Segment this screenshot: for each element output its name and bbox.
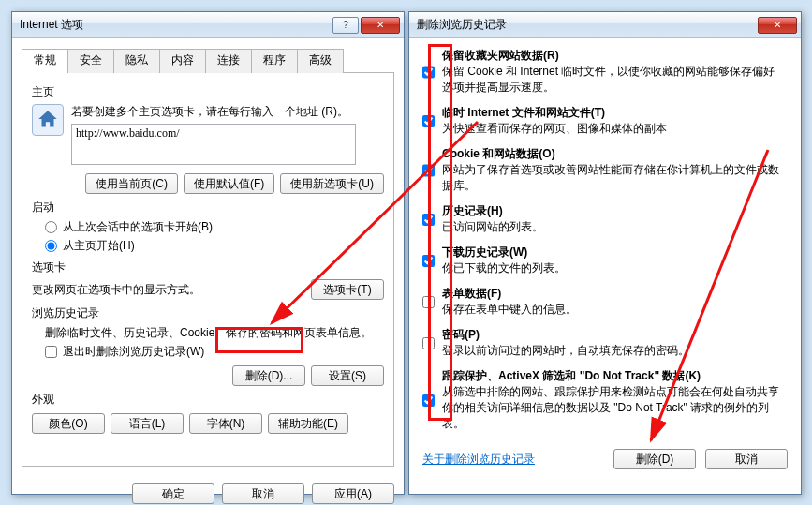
startup-last-session-radio[interactable]: 从上次会话中的选项卡开始(B) xyxy=(45,219,384,235)
tab-security[interactable]: 安全 xyxy=(67,49,114,73)
dialog-footer: 确定 取消 应用(A) xyxy=(12,476,404,505)
tab-privacy[interactable]: 隐私 xyxy=(113,49,160,73)
option-desc: 已访问网站的列表。 xyxy=(442,219,786,235)
delete-option-checkbox[interactable] xyxy=(422,147,435,194)
delete-option-row: 历史记录(H)已访问网站的列表。 xyxy=(422,203,786,235)
checkbox-label: 退出时删除浏览历史记录(W) xyxy=(63,344,204,360)
delete-option-checkbox[interactable] xyxy=(422,204,435,235)
delete-option-checkbox[interactable] xyxy=(422,245,435,276)
delete-option-row: 密码(P)登录以前访问过的网站时，自动填充保存的密码。 xyxy=(422,327,786,359)
option-title: 临时 Internet 文件和网站文件(T) xyxy=(442,106,605,119)
tabs-button[interactable]: 选项卡(T) xyxy=(311,279,384,300)
general-panel: 主页 若要创建多个主页选项卡，请在每行输入一个地址 (R)。 使用当前页(C) … xyxy=(22,73,394,467)
internet-options-dialog: Internet 选项 ? ✕ 常规 安全 隐私 内容 连接 程序 高级 主页 … xyxy=(11,11,405,495)
home-group-label: 主页 xyxy=(32,84,384,100)
title-text: Internet 选项 xyxy=(20,17,332,33)
delete-option-checkbox[interactable] xyxy=(422,328,435,359)
use-default-button[interactable]: 使用默认值(F) xyxy=(184,173,274,194)
delete-option-checkbox[interactable] xyxy=(422,287,435,318)
history-group-label: 浏览历史记录 xyxy=(32,305,384,321)
delete-option-checkbox[interactable] xyxy=(422,369,435,432)
use-current-button[interactable]: 使用当前页(C) xyxy=(85,173,178,194)
radio-home[interactable] xyxy=(45,240,57,252)
option-desc: 保存在表单中键入的信息。 xyxy=(442,302,786,318)
close-button[interactable]: ✕ xyxy=(361,17,400,34)
delete-option-row: 下载历史记录(W)你已下载的文件的列表。 xyxy=(422,245,786,276)
color-button[interactable]: 颜色(O) xyxy=(32,413,105,434)
titlebar: 删除浏览历史记录 ✕ xyxy=(409,12,801,38)
titlebar: Internet 选项 ? ✕ xyxy=(12,12,404,38)
option-desc: 登录以前访问过的网站时，自动填充保存的密码。 xyxy=(442,343,786,359)
home-icon xyxy=(32,104,64,136)
appearance-group-label: 外观 xyxy=(32,392,384,408)
tab-programs[interactable]: 程序 xyxy=(251,49,298,73)
option-desc: 为快速查看而保存的网页、图像和媒体的副本 xyxy=(442,121,786,137)
tab-content[interactable]: 内容 xyxy=(159,49,206,73)
tab-connections[interactable]: 连接 xyxy=(205,49,252,73)
about-delete-history-link[interactable]: 关于删除浏览历史记录 xyxy=(422,452,535,468)
option-title: 下载历史记录(W) xyxy=(442,245,527,259)
tab-general[interactable]: 常规 xyxy=(22,49,68,73)
option-desc: 从筛选中排除的网站、跟踪保护用来检测站点可能会在何处自动共享你的相关访问详细信息… xyxy=(442,384,786,432)
option-title: 历史记录(H) xyxy=(442,204,503,217)
delete-option-row: 保留收藏夹网站数据(R)保留 Cookie 和 Internet 临时文件，以使… xyxy=(422,48,786,96)
delete-option-row: 跟踪保护、ActiveX 筛选和 "Do Not Track" 数据(K)从筛选… xyxy=(422,368,786,432)
cancel-button[interactable]: 取消 xyxy=(705,449,788,469)
radio-label: 从上次会话中的选项卡开始(B) xyxy=(63,219,213,235)
option-desc: 网站为了保存首选项或改善网站性能而存储在你计算机上的文件或数据库。 xyxy=(442,162,786,194)
tabs-desc: 更改网页在选项卡中的显示方式。 xyxy=(32,282,200,298)
home-desc: 若要创建多个主页选项卡，请在每行输入一个地址 (R)。 xyxy=(71,104,384,120)
delete-button[interactable]: 删除(D) xyxy=(613,449,696,469)
font-button[interactable]: 字体(N) xyxy=(189,413,262,434)
tab-advanced[interactable]: 高级 xyxy=(297,49,344,73)
delete-option-row: 表单数据(F)保存在表单中键入的信息。 xyxy=(422,286,786,318)
cancel-button[interactable]: 取消 xyxy=(222,483,304,504)
radio-label: 从主页开始(H) xyxy=(63,238,135,254)
delete-history-button[interactable]: 删除(D)... xyxy=(232,365,305,386)
delete-option-checkbox[interactable] xyxy=(422,106,435,137)
accessibility-button[interactable]: 辅助功能(E) xyxy=(268,413,348,434)
option-title: 跟踪保护、ActiveX 筛选和 "Do Not Track" 数据(K) xyxy=(442,369,701,382)
delete-options-list: 保留收藏夹网站数据(R)保留 Cookie 和 Internet 临时文件，以使… xyxy=(409,38,801,445)
ok-button[interactable]: 确定 xyxy=(132,483,214,504)
option-desc: 保留 Cookie 和 Internet 临时文件，以使你收藏的网站能够保存偏好… xyxy=(442,64,786,96)
delete-history-dialog: 删除浏览历史记录 ✕ 保留收藏夹网站数据(R)保留 Cookie 和 Inter… xyxy=(408,11,802,495)
option-desc: 你已下载的文件的列表。 xyxy=(442,260,786,276)
delete-option-checkbox[interactable] xyxy=(422,49,435,96)
option-title: 密码(P) xyxy=(442,328,480,341)
apply-button[interactable]: 应用(A) xyxy=(312,483,394,504)
delete-option-row: Cookie 和网站数据(O)网站为了保存首选项或改善网站性能而存储在你计算机上… xyxy=(422,146,786,194)
help-button[interactable]: ? xyxy=(332,17,359,34)
option-title: Cookie 和网站数据(O) xyxy=(442,147,555,160)
delete-on-exit-checkbox[interactable] xyxy=(45,346,57,358)
option-title: 表单数据(F) xyxy=(442,287,501,300)
title-text: 删除浏览历史记录 xyxy=(417,17,758,33)
option-title: 保留收藏夹网站数据(R) xyxy=(442,49,559,62)
delete-on-exit-checkbox-row[interactable]: 退出时删除浏览历史记录(W) xyxy=(45,344,384,360)
radio-last-session[interactable] xyxy=(45,221,57,233)
homepage-url-input[interactable] xyxy=(71,124,356,165)
delete-option-row: 临时 Internet 文件和网站文件(T)为快速查看而保存的网页、图像和媒体的… xyxy=(422,105,786,137)
tabs-group-label: 选项卡 xyxy=(32,260,384,275)
close-button[interactable]: ✕ xyxy=(758,17,797,34)
startup-group-label: 启动 xyxy=(32,200,384,215)
language-button[interactable]: 语言(L) xyxy=(111,413,184,434)
use-newtab-button[interactable]: 使用新选项卡(U) xyxy=(280,173,384,194)
history-desc: 删除临时文件、历史记录、Cookie、保存的密码和网页表单信息。 xyxy=(45,325,384,341)
startup-home-radio[interactable]: 从主页开始(H) xyxy=(45,238,384,254)
history-settings-button[interactable]: 设置(S) xyxy=(311,365,384,386)
tab-strip: 常规 安全 隐私 内容 连接 程序 高级 xyxy=(22,48,394,73)
